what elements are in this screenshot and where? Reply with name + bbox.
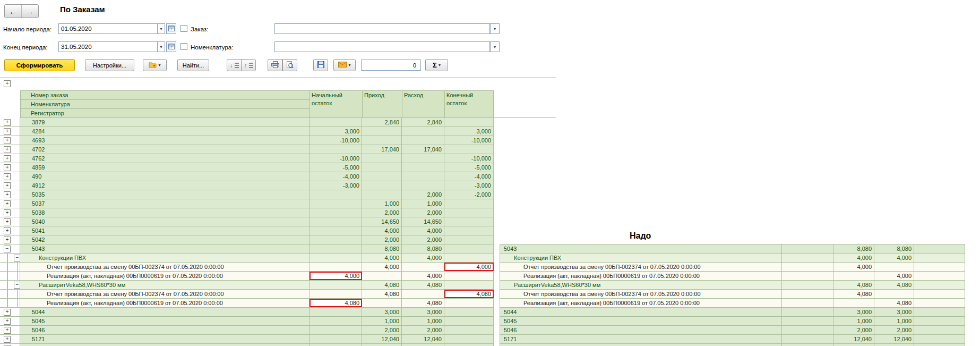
value-cell: 4,000 — [402, 226, 444, 235]
expand-toggle[interactable]: − — [14, 282, 20, 289]
save-button[interactable] — [313, 59, 328, 71]
name-cell: Отчет производства за смену 00БП-002374 … — [20, 263, 310, 271]
expand-toggle[interactable]: − — [4, 246, 11, 252]
tree-cell: + — [0, 326, 20, 334]
expand-rows-button[interactable]: ↑ — [241, 59, 256, 71]
expand-toggle[interactable]: + — [4, 309, 11, 316]
tree-line — [7, 263, 8, 271]
expand-toggle[interactable]: + — [4, 137, 11, 144]
name-cell: 4693 — [20, 136, 310, 145]
expand-toggle[interactable]: + — [4, 227, 11, 234]
report-variants-button[interactable]: ▾ — [143, 59, 167, 71]
chevron-down-icon: ▾ — [348, 63, 350, 67]
name-cell: 5043 — [500, 244, 782, 253]
tree-line — [7, 290, 8, 298]
value-cell — [310, 308, 362, 316]
tree-cell: + — [0, 317, 20, 325]
value-cell — [782, 272, 833, 280]
find-button[interactable]: Найти... — [177, 59, 209, 71]
value-cell — [402, 181, 444, 190]
settings-button[interactable]: Настройки... — [85, 59, 134, 71]
header-value-cell: Начальный остаток — [310, 91, 363, 117]
value-cell — [874, 290, 914, 298]
print-preview-button[interactable] — [282, 59, 297, 71]
preview-magnifier-icon — [286, 61, 294, 70]
report-row: +50414,0004,000 — [0, 226, 494, 235]
expand-toggle[interactable]: + — [4, 327, 11, 334]
expand-toggle[interactable]: + — [4, 146, 11, 153]
name-cell: Отчет производства за смену 00БП-002374 … — [500, 263, 782, 271]
nomenclature-filter-dropdown-button[interactable]: ▾ — [490, 41, 500, 52]
report-row: +51721,0001,000 — [0, 344, 494, 346]
name-cell: 4859 — [20, 163, 310, 172]
period-end-dropdown-button[interactable]: ▾ — [157, 41, 165, 52]
expand-toggle[interactable]: + — [4, 318, 11, 325]
nomenclature-filter-input[interactable] — [274, 41, 490, 52]
value-cell — [402, 163, 444, 172]
name-cell: 5171 — [500, 335, 782, 343]
value-cell — [362, 163, 402, 172]
value-cell — [362, 272, 402, 280]
value-cell: 2,000 — [402, 208, 444, 217]
value-cell — [782, 299, 833, 307]
list-lines-icon — [235, 63, 239, 68]
period-start-calendar-button[interactable] — [166, 23, 176, 34]
order-filter-dropdown-button[interactable]: ▾ — [490, 23, 500, 34]
print-button[interactable] — [268, 59, 282, 71]
expand-toggle[interactable]: + — [4, 128, 11, 135]
report-row: Реализация (акт, накладная) 00БП0000619 … — [0, 272, 494, 281]
value-cell: 3,000 — [874, 308, 914, 316]
generate-button[interactable]: Сформировать — [4, 59, 75, 71]
value-cell: -10,000 — [444, 154, 494, 163]
nado-title: Надо — [630, 231, 651, 241]
expand-toggle[interactable]: + — [4, 155, 11, 162]
forward-arrow-icon: → — [26, 7, 34, 16]
expand-toggle[interactable]: + — [4, 336, 11, 343]
value-cell — [362, 181, 402, 190]
expand-toggle[interactable]: + — [4, 237, 11, 243]
expand-all-toggle[interactable]: + — [4, 80, 11, 87]
period-end-input[interactable] — [58, 41, 158, 52]
expand-toggle[interactable]: + — [4, 173, 11, 180]
expand-toggle[interactable]: − — [14, 255, 20, 261]
value-cell: 8,080 — [402, 244, 444, 253]
expand-toggle[interactable]: + — [4, 191, 11, 198]
period-end-calendar-button[interactable] — [166, 41, 176, 52]
value-cell: 2,000 — [402, 190, 444, 199]
value-cell — [362, 154, 402, 163]
value-cell — [782, 290, 833, 298]
calendar-icon — [168, 43, 175, 50]
value-cell: 2,000 — [833, 326, 874, 334]
value-cell: 4,080 — [874, 299, 914, 307]
value-cell — [782, 308, 833, 316]
expand-toggle[interactable]: + — [4, 209, 11, 216]
value-cell: 3,000 — [310, 127, 362, 136]
value-cell — [402, 290, 444, 298]
back-button[interactable]: ← — [5, 5, 22, 18]
expand-toggle[interactable]: + — [4, 218, 11, 225]
value-cell: 17,040 — [402, 145, 444, 154]
autosum-value-field[interactable] — [361, 60, 421, 71]
tree-line — [18, 299, 18, 307]
period-start-dropdown-button[interactable]: ▾ — [157, 23, 165, 34]
expand-toggle[interactable]: + — [4, 182, 11, 189]
tree-cell — [0, 263, 20, 271]
period-start-input[interactable] — [58, 23, 158, 34]
report-row: Отчет производства за смену 00БП-002374 … — [0, 263, 494, 272]
value-cell — [310, 226, 362, 235]
autosum-button[interactable]: Σ▾ — [425, 59, 448, 71]
forward-button[interactable]: → — [22, 5, 38, 18]
value-cell: -2,000 — [444, 190, 494, 199]
tree-cell: + — [0, 217, 20, 226]
collapse-rows-button[interactable]: ↓ — [227, 59, 242, 71]
expand-toggle[interactable]: + — [4, 200, 11, 207]
order-filter-checkbox[interactable] — [180, 25, 187, 32]
value-cell — [444, 335, 494, 343]
expand-toggle[interactable]: + — [4, 119, 11, 126]
nomenclature-filter-checkbox[interactable] — [180, 43, 187, 50]
order-filter-input[interactable] — [274, 23, 490, 34]
send-email-button[interactable]: ▾ — [333, 59, 356, 71]
name-cell: 5044 — [500, 308, 782, 316]
value-cell: 2,000 — [362, 235, 402, 244]
expand-toggle[interactable]: + — [4, 164, 11, 171]
